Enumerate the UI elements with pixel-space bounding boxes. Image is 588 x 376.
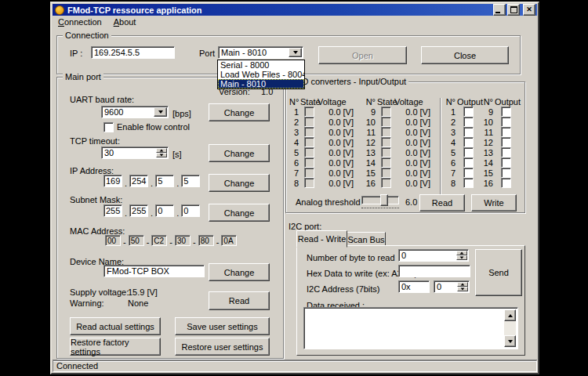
tcp-timeout-label: TCP timeout:	[70, 136, 120, 146]
ad-output-checkbox[interactable]	[463, 117, 474, 127]
ad-output-checkbox[interactable]	[463, 178, 474, 188]
ad-output-checkbox[interactable]	[463, 168, 474, 178]
close-connection-button[interactable]: Close	[421, 46, 509, 64]
change-baud-button[interactable]: Change	[209, 103, 270, 121]
ad-output-number: 12	[479, 138, 495, 147]
change-tcp-timeout-button[interactable]: Change	[209, 144, 270, 162]
ad-output-number: 4	[445, 138, 457, 147]
scroll-down-icon[interactable]	[504, 335, 516, 347]
subnet-octets-field[interactable]: 0	[181, 204, 200, 217]
octet-separator: .	[176, 179, 179, 187]
ip-octets-field[interactable]: 5	[181, 175, 200, 187]
ad-output-checkbox-wrap	[457, 168, 479, 178]
ad-state-checkbox	[304, 127, 314, 137]
ad-output-checkbox[interactable]	[501, 168, 511, 178]
ad-output-checkbox[interactable]	[463, 137, 474, 147]
ad-read-button[interactable]: Read	[419, 194, 465, 212]
tcp-timeout-spinner[interactable]: 30	[101, 146, 169, 159]
menu-connection[interactable]: Connection	[58, 17, 102, 27]
ad-output-checkbox-wrap	[457, 107, 479, 117]
ad-column-header: Voltage	[318, 97, 357, 107]
change-device-name-button[interactable]: Change	[209, 263, 270, 281]
addr-spin-buttons[interactable]	[457, 282, 468, 291]
bytes-spin-buttons[interactable]	[456, 251, 467, 260]
ad-group-label: A/D converters - Input/Output	[292, 77, 408, 86]
ip-octets-field[interactable]: 254	[129, 175, 148, 187]
port-option[interactable]: Load Web Files - 8004	[218, 70, 304, 79]
ip-input[interactable]: 169.254.5.5	[91, 46, 175, 59]
maximize-button[interactable]	[507, 4, 520, 16]
i2c-address-prefix-input[interactable]: 0x	[398, 280, 430, 293]
ad-state-checkbox-wrap	[300, 107, 318, 117]
menu-about[interactable]: About	[114, 17, 136, 27]
ad-state-checkbox	[381, 168, 391, 178]
ad-output-checkbox-wrap	[495, 147, 517, 157]
ad-output-number: 8	[445, 179, 457, 188]
ad-output-number: 2	[445, 118, 457, 127]
ad-state-checkbox-wrap	[300, 168, 318, 178]
subnet-octets-field[interactable]: 255	[129, 204, 148, 217]
ad-output-checkbox[interactable]	[501, 157, 511, 168]
spin-down-icon[interactable]	[156, 153, 167, 157]
ip-octets-field[interactable]: 169	[103, 175, 122, 187]
i2c-tab-read-write[interactable]: Read - Write	[296, 230, 347, 248]
save-user-settings-button[interactable]: Save user settings	[175, 317, 270, 335]
hex-data-input[interactable]	[398, 265, 470, 277]
ad-output-checkbox[interactable]	[463, 157, 474, 168]
spin-down-icon[interactable]	[457, 287, 468, 291]
vertical-scrollbar[interactable]	[504, 309, 516, 347]
ad-output-checkbox[interactable]	[501, 127, 511, 137]
threshold-slider-thumb[interactable]	[380, 194, 388, 206]
i2c-address-spinner[interactable]: 0	[434, 280, 470, 293]
ad-output-checkbox[interactable]	[463, 147, 474, 157]
data-received-textarea[interactable]	[303, 307, 518, 349]
spin-down-icon[interactable]	[456, 255, 467, 260]
ad-state-checkbox	[381, 178, 391, 188]
ad-output-checkbox[interactable]	[501, 147, 511, 157]
ad-output-checkbox[interactable]	[501, 178, 511, 188]
close-button[interactable]: ✕	[523, 4, 535, 16]
subnet-octets-field[interactable]: 0	[155, 204, 174, 217]
minimize-button[interactable]	[493, 4, 506, 16]
subnet-octets-field[interactable]: 255	[103, 204, 122, 217]
octet-separator: .	[176, 209, 179, 217]
ad-output-checkbox[interactable]	[501, 107, 511, 117]
octet-separator: -	[193, 238, 196, 246]
ad-column-header: Output	[457, 97, 479, 107]
subnet-octets: 255.255.0.0	[103, 204, 201, 217]
port-option[interactable]: Main - 8010	[218, 79, 304, 89]
ad-input-number: 5	[289, 148, 300, 157]
octet-separator: .	[125, 209, 127, 217]
read-actual-settings-button[interactable]: Read actual settings	[70, 317, 161, 335]
change-ip-button[interactable]: Change	[209, 174, 270, 192]
flow-control-checkbox[interactable]	[103, 122, 114, 132]
restore-user-settings-button[interactable]: Restore user settings	[175, 338, 270, 356]
baud-unit-label: [bps]	[172, 109, 191, 118]
baud-rate-combobox[interactable]: 9600	[101, 106, 169, 118]
ad-column-header: Output	[495, 97, 517, 107]
ad-output-checkbox[interactable]	[501, 137, 511, 147]
tcp-timeout-spin-buttons[interactable]	[156, 148, 167, 157]
port-option[interactable]: Serial - 8000	[218, 60, 304, 70]
ad-output-checkbox[interactable]	[463, 127, 474, 137]
ad-output-number: 16	[479, 179, 495, 188]
restore-factory-settings-button[interactable]: Restore factory settings	[70, 338, 161, 356]
ad-output-checkbox[interactable]	[463, 107, 474, 117]
ad-write-button[interactable]: Write	[471, 194, 517, 212]
ad-voltage-value: 0.0 [V]	[394, 168, 434, 178]
ad-state-checkbox-wrap	[300, 127, 318, 137]
scroll-up-icon[interactable]	[504, 309, 516, 321]
port-dropdown-button[interactable]	[289, 48, 302, 57]
read-supply-button[interactable]: Read	[209, 291, 270, 310]
device-name-input[interactable]: FMod-TCP BOX	[103, 265, 205, 277]
ad-state-checkbox-wrap	[300, 157, 318, 168]
ad-output-checkbox[interactable]	[501, 117, 511, 127]
change-subnet-button[interactable]: Change	[209, 204, 270, 222]
ip-octets-field[interactable]: 5	[155, 175, 174, 187]
ad-output-number: 15	[479, 168, 495, 178]
bytes-to-read-spinner[interactable]: 0	[398, 249, 469, 262]
send-button[interactable]: Send	[475, 249, 522, 296]
ad-state-checkbox-wrap	[377, 107, 394, 117]
baud-dropdown-button[interactable]	[154, 107, 167, 117]
port-combobox[interactable]: Main - 8010	[218, 46, 303, 59]
